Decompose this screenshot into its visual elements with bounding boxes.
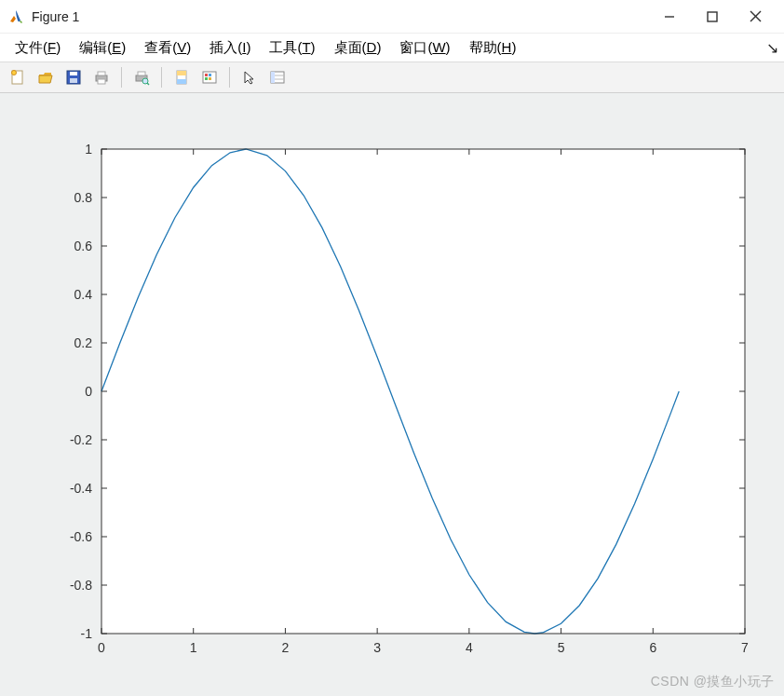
ytick-label: -1: [81, 626, 93, 641]
menu-edit[interactable]: 编辑(E): [70, 35, 135, 61]
data-cursor-button[interactable]: [237, 65, 262, 89]
svg-rect-19: [177, 71, 186, 75]
svg-rect-13: [98, 79, 105, 84]
ytick-label: 0.6: [74, 239, 93, 253]
matlab-icon: [7, 8, 24, 25]
menu-help[interactable]: 帮助(H): [460, 35, 526, 61]
svg-rect-27: [271, 72, 275, 83]
ytick-label: 0: [85, 384, 92, 399]
ytick-label: 0.8: [74, 190, 93, 205]
svg-point-7: [12, 71, 17, 75]
close-button[interactable]: [734, 2, 777, 32]
maximize-button[interactable]: [691, 2, 734, 32]
xtick-label: 3: [373, 640, 381, 655]
xtick-label: 1: [190, 640, 197, 655]
property-inspector-button[interactable]: [265, 65, 290, 89]
menu-insert[interactable]: 插入(I): [200, 35, 260, 61]
save-button[interactable]: [61, 65, 86, 89]
menu-desktop[interactable]: 桌面(D): [325, 35, 391, 61]
colorbar-button[interactable]: [197, 65, 222, 89]
toolbar-separator: [229, 67, 230, 88]
toolbar: [0, 61, 784, 93]
svg-rect-15: [138, 72, 145, 75]
open-button[interactable]: [34, 65, 58, 89]
svg-rect-10: [70, 78, 77, 83]
menu-window[interactable]: 窗口(W): [390, 35, 459, 61]
xtick-label: 6: [649, 640, 656, 655]
ytick-label: 0.2: [74, 335, 93, 350]
toolbar-separator: [161, 67, 162, 88]
figure-canvas[interactable]: 01234567-1-0.8-0.6-0.4-0.200.20.40.60.81…: [0, 93, 784, 696]
svg-rect-12: [98, 72, 105, 75]
menu-tools[interactable]: 工具(T): [260, 35, 324, 61]
menubar: 文件(F) 编辑(E) 查看(V) 插入(I) 工具(T) 桌面(D) 窗口(W…: [0, 34, 784, 61]
svg-rect-9: [70, 72, 77, 75]
xtick-label: 2: [282, 640, 290, 655]
svg-rect-24: [205, 77, 208, 80]
ytick-label: -0.2: [70, 432, 92, 447]
ytick-label: 1: [85, 142, 92, 157]
svg-line-17: [147, 83, 149, 85]
link-axes-button[interactable]: [169, 65, 194, 89]
window-title: Figure 1: [30, 9, 648, 24]
svg-rect-23: [209, 74, 211, 76]
axes[interactable]: 01234567-1-0.8-0.6-0.4-0.200.20.40.60.81: [0, 93, 784, 696]
new-figure-button[interactable]: [6, 65, 30, 89]
titlebar: Figure 1: [0, 0, 784, 34]
menu-file[interactable]: 文件(F): [6, 35, 70, 61]
minimize-button[interactable]: [648, 2, 691, 32]
svg-rect-25: [209, 77, 211, 80]
svg-rect-20: [177, 79, 186, 84]
svg-rect-30: [101, 149, 745, 634]
print-preview-button[interactable]: [129, 65, 154, 89]
menu-view[interactable]: 查看(V): [135, 35, 200, 61]
ytick-label: -0.8: [70, 578, 92, 593]
ytick-label: -0.6: [70, 529, 92, 544]
ytick-label: 0.4: [74, 287, 93, 302]
xtick-label: 7: [741, 640, 749, 655]
ytick-label: -0.4: [70, 481, 92, 496]
xtick-label: 0: [98, 640, 105, 655]
svg-rect-22: [205, 74, 208, 76]
menu-overflow-icon[interactable]: ↘: [766, 39, 778, 57]
print-button[interactable]: [89, 65, 114, 89]
toolbar-separator: [121, 67, 122, 88]
svg-rect-3: [708, 12, 717, 21]
xtick-label: 4: [466, 640, 473, 655]
svg-marker-0: [10, 16, 16, 22]
xtick-label: 5: [558, 640, 565, 655]
